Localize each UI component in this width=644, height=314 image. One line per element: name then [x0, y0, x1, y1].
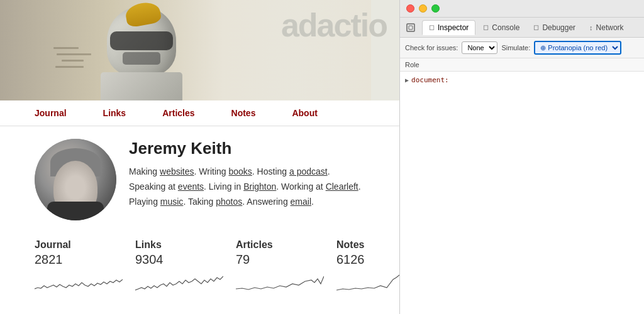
traffic-light-yellow[interactable]: [419, 4, 427, 13]
role-bar: Role: [400, 58, 644, 72]
profile-text: Jeremy Keith Making websites. Writing bo…: [129, 139, 365, 209]
svg-rect-1: [409, 26, 413, 30]
profile-section: Jeremy Keith Making websites. Writing bo…: [0, 126, 399, 233]
tree-item-document: ▶ document:: [405, 75, 639, 85]
simulate-select[interactable]: ⊕ Protanopia (no red): [534, 41, 621, 55]
devtools-titlebar: [400, 0, 644, 18]
site-area: adactio Journal Links Articles Notes Abo…: [0, 0, 399, 314]
devtools-panel: ◻ Inspector ◻ Console ◻ Debugger ↕ Netwo…: [399, 0, 644, 314]
stat-links-sparkline: [135, 270, 223, 292]
stat-journal-count: 2821: [35, 252, 135, 267]
site-nav: Journal Links Articles Notes About: [0, 100, 399, 126]
stat-articles: Articles 79: [236, 239, 336, 295]
check-issues-label: Check for issues:: [405, 44, 458, 51]
nav-journal[interactable]: Journal: [35, 108, 67, 118]
tree-document-label: document:: [411, 76, 449, 84]
bio-link-clearleft[interactable]: Clearleft: [326, 181, 358, 192]
banner-figure: [50, 3, 189, 100]
devtools-tabs: ◻ Inspector ◻ Console ◻ Debugger ↕ Netwo…: [400, 18, 644, 38]
stat-links-label: Links: [135, 239, 236, 251]
stats-section: Journal 2821 Links 9304 Articles 79 Note…: [0, 233, 399, 295]
traffic-light-green[interactable]: [431, 4, 440, 13]
site-logo: adactio: [281, 6, 387, 44]
console-icon: ◻: [483, 23, 489, 31]
bio-link-podcast[interactable]: a podcast: [289, 166, 328, 176]
simulate-label: Simulate:: [501, 44, 530, 51]
stat-notes-count: 6126: [336, 252, 399, 267]
stat-journal-sparkline: [35, 270, 123, 292]
bio-link-music[interactable]: music: [160, 197, 184, 207]
bio-link-events[interactable]: events: [178, 181, 204, 192]
bio-link-books[interactable]: books: [228, 166, 252, 176]
bio-link-photos[interactable]: photos: [216, 197, 242, 207]
profile-name: Jeremy Keith: [129, 139, 365, 158]
inspector-icon: ◻: [429, 23, 435, 31]
network-icon: ↕: [589, 24, 593, 31]
traffic-light-red[interactable]: [406, 4, 414, 13]
svg-rect-0: [407, 24, 414, 31]
bio-link-email[interactable]: email: [291, 197, 311, 207]
devtools-content: ▶ document:: [400, 72, 644, 314]
nav-articles[interactable]: Articles: [162, 108, 194, 118]
tab-console[interactable]: ◻ Console: [477, 21, 526, 35]
stat-notes-sparkline: [336, 270, 399, 292]
stat-journal-label: Journal: [35, 239, 135, 251]
site-header: adactio: [0, 0, 399, 100]
stat-links-count: 9304: [135, 252, 236, 267]
profile-bio: Making websites. Writing books. Hosting …: [129, 165, 365, 209]
tab-debugger[interactable]: ◻ Debugger: [527, 21, 582, 35]
nav-about[interactable]: About: [292, 108, 317, 118]
tree-arrow[interactable]: ▶: [405, 77, 409, 84]
bio-link-websites[interactable]: websites: [160, 166, 194, 176]
nav-notes[interactable]: Notes: [231, 108, 256, 118]
stat-articles-label: Articles: [236, 239, 336, 251]
tab-inspector[interactable]: ◻ Inspector: [422, 20, 475, 35]
stat-notes-label: Notes: [336, 239, 399, 251]
nav-links[interactable]: Links: [103, 108, 126, 118]
role-label: Role: [405, 61, 419, 68]
avatar: [35, 139, 116, 220]
stat-links: Links 9304: [135, 239, 236, 295]
stat-notes: Notes 6126: [336, 239, 399, 295]
devtools-toolbar: Check for issues: None Simulate: ⊕ Prota…: [400, 38, 644, 58]
stat-articles-count: 79: [236, 252, 336, 267]
stat-articles-sparkline: [236, 270, 324, 292]
stat-journal: Journal 2821: [35, 239, 135, 295]
bio-link-brighton[interactable]: Brighton: [243, 181, 276, 192]
devtools-dock-button[interactable]: [403, 20, 418, 35]
check-issues-select[interactable]: None: [462, 41, 497, 54]
tab-network[interactable]: ↕ Network: [583, 21, 630, 35]
debugger-icon: ◻: [533, 23, 539, 31]
